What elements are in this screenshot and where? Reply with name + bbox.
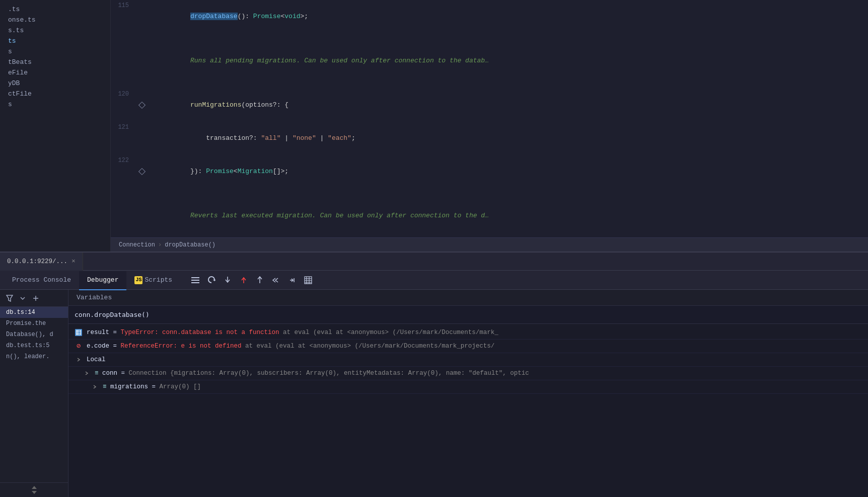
sidebar-item-5[interactable]: tBeats (0, 57, 110, 67)
line-number (111, 44, 137, 77)
code-content: runMigrations(options?: { (147, 89, 868, 122)
svg-rect-1 (191, 280, 199, 281)
callstack-item-0[interactable]: db.ts:14 (0, 307, 68, 318)
tab-debugger[interactable]: Debugger (79, 271, 126, 290)
expand-arrow-icon[interactable] (75, 356, 83, 364)
callstack-item-2[interactable]: Database(), d (0, 329, 68, 340)
sidebar-item-6[interactable]: eFile (0, 67, 110, 78)
code-line-120: 120 runMigrations(options?: { (111, 89, 868, 122)
toolbar-resume-btn[interactable] (253, 273, 267, 287)
result-text-1: e.code = ReferenceError: e is not define… (87, 341, 862, 351)
toolbar-step-into-btn[interactable] (221, 273, 235, 287)
filter-icon[interactable] (4, 293, 15, 304)
error-circle-icon: ⊘ (77, 341, 81, 351)
sidebar-item-4[interactable]: s (0, 46, 110, 57)
tab-label-process-console: Process Console (12, 276, 71, 284)
code-content: Runs all pending migrations. Can be used… (147, 44, 868, 77)
code-line-comment-2: Reverts last executed migration. Can be … (111, 199, 868, 232)
breadcrumb-separator: › (158, 241, 162, 248)
scroll-up-arrow[interactable] (32, 486, 37, 489)
gutter (137, 199, 147, 232)
result-row-3: ≡ conn = Connection {migrations: Array(0… (68, 367, 868, 380)
chevron-down-icon[interactable] (17, 293, 28, 304)
line-number: 120 (111, 89, 137, 122)
sidebar-item-1[interactable]: onse.ts (0, 15, 110, 25)
error-icon: ⊘ (75, 342, 83, 350)
js-icon: JS (134, 276, 142, 284)
toolbar-step-out-btn[interactable] (237, 273, 251, 287)
line-number (111, 199, 137, 232)
code-content: }): Promise<Migration[]>; (147, 155, 868, 188)
gutter (137, 188, 147, 199)
result-row-1: ⊘ e.code = ReferenceError: e is not defi… (68, 340, 868, 353)
devtools-tab-bar: Process Console Debugger JS Scripts (0, 271, 868, 290)
sidebar-item-8[interactable]: ctFile (0, 89, 110, 99)
gutter (137, 33, 147, 44)
expand-arrow-icon-2[interactable] (83, 369, 91, 377)
toolbar-table-btn[interactable] (301, 273, 315, 287)
toolbar-cursor-step-btn[interactable] (285, 273, 299, 287)
call-stack-list: db.ts:14 Promise.the Database(), d db.te… (0, 307, 68, 482)
expand-arrow-icon-3[interactable] (91, 383, 99, 391)
left-panel: db.ts:14 Promise.the Database(), d db.te… (0, 290, 68, 497)
code-area: 115 dropDatabase(): Promise<void>; Runs … (111, 0, 868, 237)
add-frame-icon[interactable] (30, 293, 41, 304)
code-content (147, 33, 868, 44)
code-content: dropDatabase(): Promise<void>; (147, 0, 868, 33)
sidebar-item-9[interactable]: s (0, 99, 110, 110)
breadcrumb-class: Connection (119, 241, 155, 248)
line-number: 115 (111, 0, 137, 33)
svg-rect-2 (191, 282, 199, 283)
toolbar-rewind-btn[interactable] (269, 273, 283, 287)
console-input-row (68, 306, 868, 324)
sidebar-item-7[interactable]: yDB (0, 78, 110, 89)
code-line-blank-2 (111, 77, 868, 89)
variables-header: Variables (68, 290, 868, 306)
svg-marker-14 (7, 295, 13, 301)
line-number: 122 (111, 155, 137, 188)
svg-rect-0 (191, 277, 199, 278)
devtools-body: db.ts:14 Promise.the Database(), d db.te… (0, 290, 868, 497)
code-content (147, 232, 868, 237)
local-label: Local (87, 355, 862, 365)
code-content (147, 77, 868, 89)
top-area: .ts onse.ts s.ts ts s tBeats eFile yDB c… (0, 0, 868, 252)
gutter (137, 77, 147, 89)
devtools-panel: 0.0.0.1:9229/... × Process Console Debug… (0, 252, 868, 497)
scroll-down-arrow[interactable] (32, 491, 37, 494)
sidebar-item-0[interactable]: .ts (0, 4, 110, 15)
url-tab-close-icon[interactable]: × (71, 258, 76, 265)
svg-rect-17 (77, 330, 81, 335)
callstack-item-1[interactable]: Promise.the (0, 318, 68, 329)
url-tab[interactable]: 0.0.0.1:9229/... × (0, 253, 83, 271)
sidebar-item-2[interactable]: s.ts (0, 25, 110, 36)
callstack-item-4[interactable]: n(), leader. (0, 351, 68, 362)
code-content (147, 188, 868, 199)
toolbar-menu-btn[interactable] (188, 273, 202, 287)
callstack-item-3[interactable]: db.test.ts:5 (0, 340, 68, 351)
code-line-blank-3 (111, 188, 868, 199)
tab-scripts[interactable]: JS Scripts (126, 271, 180, 290)
code-line-comment-1: Runs all pending migrations. Can be used… (111, 44, 868, 77)
code-line-blank-1 (111, 33, 868, 44)
code-content: Reverts last executed migration. Can be … (147, 199, 868, 232)
code-editor: 115 dropDatabase(): Promise<void>; Runs … (111, 0, 868, 252)
console-input[interactable] (75, 311, 862, 318)
line-number (111, 188, 137, 199)
tab-process-console[interactable]: Process Console (4, 271, 79, 290)
line-number (111, 77, 137, 89)
code-line-115: 115 dropDatabase(): Promise<void>; (111, 0, 868, 33)
result-row-4: ≡ migrations = Array(0) [] (68, 380, 868, 394)
breadcrumb: Connection › dropDatabase() (111, 237, 868, 252)
tab-label-debugger: Debugger (87, 276, 118, 284)
toolbar-step-over-btn[interactable] (204, 273, 219, 287)
url-tab-label: 0.0.0.1:9229/... (7, 258, 67, 265)
variables-label: Variables (77, 294, 112, 301)
left-panel-toolbar (0, 290, 68, 307)
sidebar-item-3[interactable]: ts (0, 36, 110, 46)
table-icon (75, 328, 83, 337)
result-row-2: Local (68, 353, 868, 367)
result-text-0: result = TypeError: conn.database is not… (87, 327, 862, 338)
table-icon-box (75, 329, 82, 336)
tab-label-scripts: Scripts (144, 276, 172, 284)
